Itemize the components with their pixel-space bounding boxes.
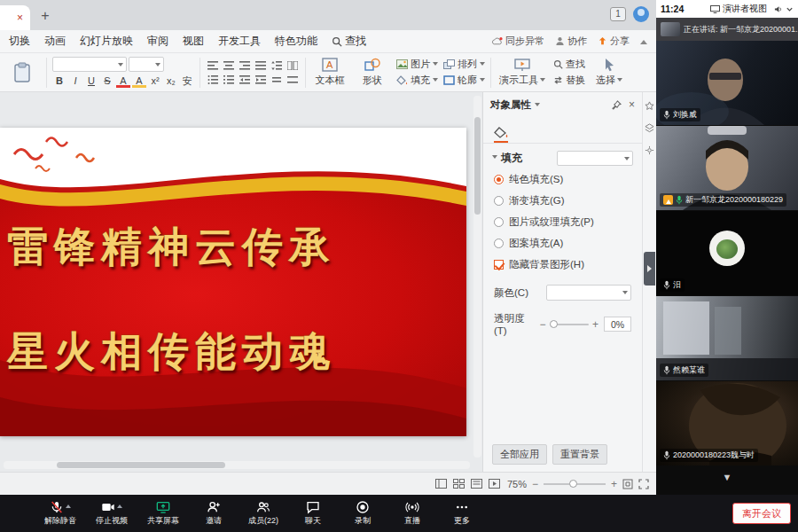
zoom-level[interactable]: 75% bbox=[507, 479, 527, 489]
justify-icon[interactable] bbox=[254, 59, 268, 72]
bullet-list-icon[interactable] bbox=[206, 74, 220, 86]
camera-options-icon[interactable] bbox=[117, 502, 122, 508]
chevron-down-icon[interactable] bbox=[786, 5, 794, 13]
transparency-slider[interactable] bbox=[550, 324, 589, 325]
bold-button[interactable]: B bbox=[52, 74, 66, 88]
menu-special-features[interactable]: 特色功能 bbox=[275, 34, 317, 49]
picture-button[interactable]: 图片 bbox=[396, 58, 438, 71]
props-tab-fill[interactable] bbox=[494, 127, 508, 143]
fullscreen-icon[interactable] bbox=[638, 479, 649, 489]
number-list-icon[interactable] bbox=[222, 74, 236, 86]
fill-button[interactable]: 填充 bbox=[396, 74, 438, 87]
columns-icon[interactable] bbox=[286, 59, 300, 72]
italic-button[interactable]: I bbox=[68, 74, 82, 88]
document-tab[interactable]: × bbox=[0, 5, 30, 30]
record-button[interactable]: 录制 bbox=[348, 500, 378, 527]
live-button[interactable]: 直播 bbox=[397, 500, 427, 527]
collaborate-button[interactable]: 协作 bbox=[555, 35, 587, 48]
vertical-scrollbar[interactable] bbox=[473, 96, 481, 458]
participant-video[interactable]: 然赖某谁 bbox=[656, 296, 798, 380]
more-button[interactable]: 更多 bbox=[447, 500, 477, 527]
slideshow-view-icon[interactable] bbox=[489, 479, 500, 489]
new-tab-button[interactable]: + bbox=[35, 7, 55, 27]
props-close-icon[interactable]: × bbox=[629, 99, 635, 110]
shapes-button[interactable]: 形状 bbox=[354, 55, 391, 90]
slide-canvas[interactable]: 雷锋精神云传承 星火相传能动魂 bbox=[0, 92, 482, 472]
menu-review[interactable]: 审阅 bbox=[147, 34, 168, 49]
props-title-caret-icon[interactable] bbox=[535, 103, 540, 109]
line-spacing-icon[interactable] bbox=[270, 59, 284, 72]
transparency-plus-button[interactable]: + bbox=[592, 319, 598, 330]
apply-all-button[interactable]: 全部应用 bbox=[492, 444, 547, 465]
leave-meeting-button[interactable]: 离开会议 bbox=[732, 503, 791, 524]
mic-options-icon[interactable] bbox=[66, 502, 71, 508]
indent-increase-icon[interactable] bbox=[254, 74, 268, 86]
subscript-button[interactable]: x₂ bbox=[164, 74, 178, 88]
reset-background-button[interactable]: 重置背景 bbox=[552, 444, 607, 465]
zoom-out-button[interactable]: − bbox=[532, 479, 538, 489]
menu-animation[interactable]: 动画 bbox=[44, 34, 66, 49]
align-center-icon[interactable] bbox=[222, 59, 236, 72]
view-mode-button[interactable]: 演讲者视图 bbox=[710, 3, 767, 15]
select-button[interactable]: 选择 bbox=[591, 55, 628, 90]
unmute-button[interactable]: 解除静音 bbox=[44, 500, 76, 527]
participant-video[interactable]: 新一邹京龙2020000180229 bbox=[656, 126, 798, 210]
fill-preset-select[interactable] bbox=[557, 151, 633, 166]
layers-icon[interactable] bbox=[645, 123, 654, 133]
text-direction-icon[interactable] bbox=[270, 74, 284, 86]
fit-window-icon[interactable] bbox=[622, 479, 633, 489]
ribbon-collapse-icon[interactable] bbox=[640, 36, 647, 44]
scroll-down-arrow[interactable]: ▼ bbox=[656, 466, 798, 488]
font-color-button[interactable]: A bbox=[116, 74, 130, 88]
zoom-in-button[interactable]: + bbox=[611, 479, 617, 489]
transparency-minus-button[interactable]: − bbox=[540, 319, 546, 330]
menu-view[interactable]: 视图 bbox=[183, 34, 204, 49]
slide-title-line2[interactable]: 星火相传能动魂 bbox=[7, 325, 336, 379]
share-button[interactable]: 分享 bbox=[598, 35, 630, 48]
align-right-icon[interactable] bbox=[238, 59, 252, 72]
window-count-badge[interactable]: 1 bbox=[610, 7, 626, 21]
pin-icon[interactable] bbox=[612, 100, 622, 110]
sync-status[interactable]: 同步异常 bbox=[491, 35, 544, 48]
settings-icon[interactable] bbox=[645, 145, 654, 155]
underline-button[interactable]: U bbox=[84, 74, 98, 88]
members-button[interactable]: 成员(22) bbox=[248, 500, 278, 527]
menu-slideshow[interactable]: 幻灯片放映 bbox=[80, 34, 133, 49]
replace-button[interactable]: 替换 bbox=[553, 74, 585, 87]
chat-button[interactable]: 聊天 bbox=[298, 500, 328, 527]
outline-button[interactable]: 轮廓 bbox=[443, 74, 485, 87]
option-pattern-fill[interactable]: 图案填充(A) bbox=[494, 237, 631, 250]
textbox-button[interactable]: A 文本框 bbox=[311, 55, 348, 90]
indent-decrease-icon[interactable] bbox=[238, 74, 252, 86]
tab-close-icon[interactable]: × bbox=[17, 12, 23, 23]
option-picture-fill[interactable]: 图片或纹理填充(P) bbox=[494, 215, 631, 229]
fill-section-caret-icon[interactable] bbox=[492, 155, 497, 161]
align-left-icon[interactable] bbox=[206, 59, 220, 72]
reading-view-icon[interactable] bbox=[471, 479, 482, 489]
transparency-value[interactable]: 0% bbox=[604, 317, 631, 332]
presentation-tools-button[interactable]: 演示工具 bbox=[497, 55, 548, 90]
horizontal-scrollbar[interactable] bbox=[4, 461, 470, 469]
option-hide-background[interactable]: 隐藏背景图形(H) bbox=[494, 258, 631, 271]
stop-video-button[interactable]: 停止视频 bbox=[96, 500, 128, 527]
slide[interactable]: 雷锋精神云传承 星火相传能动魂 bbox=[0, 128, 466, 436]
menu-developer[interactable]: 开发工具 bbox=[218, 34, 261, 49]
find-button[interactable]: 查找 bbox=[553, 58, 585, 71]
participant-video[interactable]: 汨 bbox=[656, 211, 798, 295]
superscript-button[interactable]: x² bbox=[148, 74, 162, 88]
share-screen-button[interactable]: 共享屏幕 bbox=[147, 500, 179, 527]
menu-find[interactable]: 查找 bbox=[332, 34, 366, 49]
font-family-select[interactable] bbox=[52, 57, 127, 72]
star-icon[interactable] bbox=[645, 101, 654, 111]
option-solid-fill[interactable]: 纯色填充(S) bbox=[494, 173, 631, 186]
account-avatar[interactable] bbox=[633, 6, 649, 22]
participant-video[interactable]: 2020000180223魏与时 bbox=[656, 381, 798, 466]
menu-transition[interactable]: 切换 bbox=[9, 34, 30, 49]
strikethrough-button[interactable]: S bbox=[100, 74, 114, 88]
arrange-button[interactable]: 排列 bbox=[443, 58, 485, 71]
slide-sorter-icon[interactable] bbox=[453, 479, 465, 489]
option-gradient-fill[interactable]: 渐变填充(G) bbox=[494, 194, 631, 207]
slide-title-line1[interactable]: 雷锋精神云传承 bbox=[7, 220, 336, 275]
paste-button[interactable] bbox=[4, 55, 41, 90]
invite-button[interactable]: 邀请 bbox=[199, 500, 229, 527]
